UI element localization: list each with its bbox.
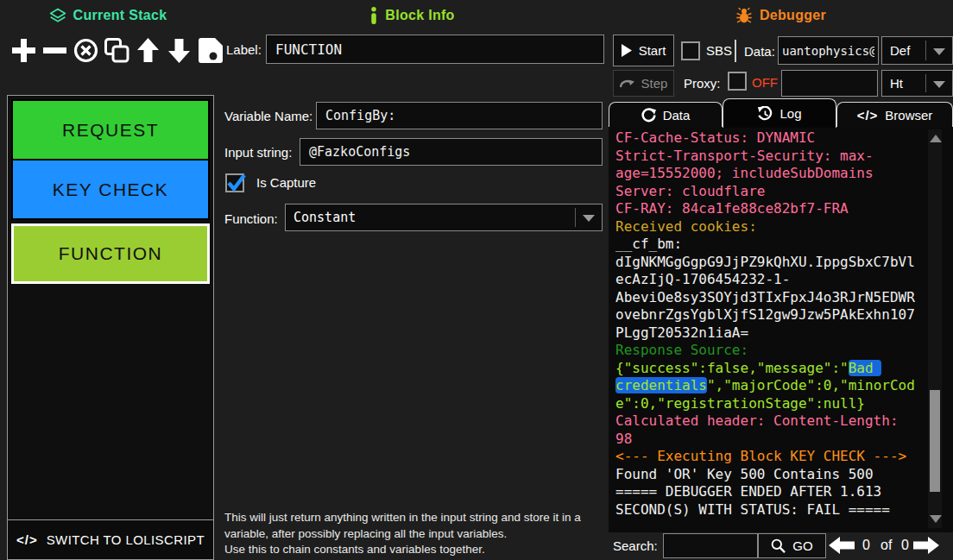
info-icon	[369, 7, 378, 24]
log-scrollbar[interactable]	[928, 129, 942, 528]
is-capture-label: Is Capture	[256, 175, 316, 190]
function-label: Function:	[224, 211, 278, 226]
proxy-status: OFF	[752, 75, 778, 90]
chevron-down-icon	[933, 48, 945, 55]
proxy-checkbox[interactable]	[728, 72, 747, 91]
current-stack-title: Current Stack	[73, 8, 167, 23]
step-button-label: Step	[641, 76, 668, 91]
input-string-input[interactable]	[300, 138, 603, 166]
debugger-header: Debugger	[609, 4, 953, 27]
remove-block-button[interactable]	[40, 35, 69, 66]
scroll-down-button[interactable]	[930, 515, 942, 523]
chevron-down-icon	[933, 81, 945, 88]
play-icon	[622, 44, 632, 57]
tab-log[interactable]: Log	[723, 98, 836, 128]
search-icon	[771, 538, 786, 553]
scrollbar-thumb[interactable]	[930, 390, 940, 492]
move-down-button[interactable]	[164, 35, 193, 66]
next-match-button[interactable]	[913, 535, 939, 556]
label-field-input[interactable]	[266, 35, 604, 64]
variable-name-label: Variable Name:	[224, 109, 312, 123]
stack-block-function[interactable]: FUNCTION	[11, 223, 210, 284]
start-button[interactable]: Start	[613, 35, 674, 66]
input-string-label: Input string:	[224, 145, 292, 160]
function-dropdown[interactable]: Constant	[285, 204, 603, 231]
tab-data[interactable]: Data	[609, 102, 723, 128]
separator	[735, 40, 736, 62]
stack-block-key-check[interactable]: KEY CHECK	[11, 159, 210, 220]
stack-toolbar	[9, 35, 224, 66]
dropdown-separator	[925, 74, 926, 92]
step-button[interactable]: Step	[613, 70, 674, 97]
stack-block-label: KEY CHECK	[53, 179, 169, 200]
delete-block-button[interactable]	[71, 35, 100, 66]
code-icon: </>	[16, 532, 38, 547]
proxy-type-value: Ht	[890, 76, 903, 91]
proxy-type-dropdown[interactable]: Ht	[881, 70, 953, 97]
search-of-label: of	[880, 538, 892, 553]
block-info-header: Block Info	[216, 4, 609, 27]
add-block-button[interactable]	[9, 35, 38, 66]
search-total: 0	[901, 538, 909, 553]
data-input[interactable]	[778, 36, 879, 65]
code-icon: </>	[857, 108, 879, 123]
move-up-button[interactable]	[133, 35, 162, 66]
block-description: This will just return anything written i…	[224, 510, 611, 558]
save-stack-button[interactable]	[195, 35, 224, 66]
openbullet-config-window: Current Stack Block Info Debugger	[0, 0, 953, 560]
wordlist-type-value: Def	[890, 43, 910, 58]
step-arrow-icon	[620, 78, 634, 89]
stack-block-list: REQUEST KEY CHECK FUNCTION	[8, 96, 213, 287]
wordlist-type-dropdown[interactable]: Def	[881, 36, 953, 65]
log-content: CF-Cache-Status: DYNAMIC Strict-Transpor…	[615, 129, 918, 519]
block-info-title: Block Info	[385, 8, 454, 23]
sbs-checkbox[interactable]	[681, 41, 700, 60]
search-position: 0	[862, 538, 870, 553]
search-label: Search:	[613, 538, 658, 553]
dropdown-separator	[575, 208, 576, 227]
stack-block-request[interactable]: REQUEST	[11, 99, 210, 160]
search-input[interactable]	[663, 533, 758, 558]
function-dropdown-value: Constant	[293, 210, 356, 225]
tab-browser[interactable]: </> Browser	[836, 102, 953, 128]
proxy-label: Proxy:	[684, 76, 721, 91]
switch-button-label: SWITCH TO LOLISCRIPT	[47, 532, 205, 547]
stack-block-label: FUNCTION	[59, 243, 163, 264]
scroll-up-button[interactable]	[930, 135, 942, 142]
current-stack-header: Current Stack	[0, 4, 216, 27]
switch-to-loliscript-button[interactable]: </> SWITCH TO LOLISCRIPT	[8, 519, 213, 559]
bug-icon	[735, 7, 753, 24]
previous-match-button[interactable]	[829, 535, 855, 556]
variable-name-input[interactable]	[316, 102, 603, 129]
log-panel: CF-Cache-Status: DYNAMIC Strict-Transpor…	[609, 127, 953, 532]
proxy-input[interactable]	[781, 70, 878, 97]
chevron-down-icon	[583, 215, 595, 222]
start-button-label: Start	[639, 43, 666, 58]
history-icon	[757, 106, 773, 122]
tab-browser-label: Browser	[885, 108, 932, 123]
clone-block-button[interactable]	[102, 35, 131, 66]
tab-data-label: Data	[663, 108, 691, 123]
stack-panel: REQUEST KEY CHECK FUNCTION </> SWITCH TO…	[7, 95, 214, 560]
is-capture-checkbox[interactable]	[225, 173, 244, 192]
sbs-label: SBS	[706, 43, 732, 58]
data-label: Data:	[744, 44, 775, 59]
debugger-title: Debugger	[760, 8, 826, 23]
search-go-button[interactable]: GO	[758, 533, 826, 558]
tab-log-label: Log	[779, 106, 801, 121]
label-field-label: Label:	[226, 42, 262, 57]
stack-block-label: REQUEST	[62, 120, 159, 141]
check-icon	[227, 173, 243, 193]
refresh-icon	[641, 108, 656, 123]
dropdown-separator	[925, 41, 926, 60]
layers-icon	[49, 7, 66, 24]
go-button-label: GO	[792, 538, 812, 553]
